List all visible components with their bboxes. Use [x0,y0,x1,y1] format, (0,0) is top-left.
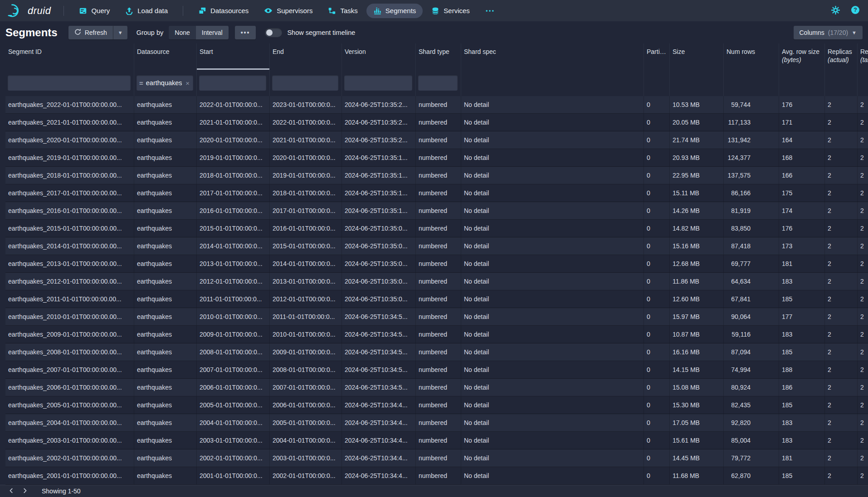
table-header-row: Segment IDDatasourceStartEndVersionShard… [5,43,868,70]
filter-input-shard-type[interactable] [418,75,458,91]
column-label: Start [200,48,267,55]
nav-item-load-data[interactable]: Load data [118,4,175,18]
column-label: Replication factor [860,48,868,55]
cell-start: 2020-01-01T00:00:0... [197,131,270,149]
cell-partition: 0 [644,290,670,308]
cell-replicas: 2 [825,96,858,113]
filter-input-version[interactable] [344,75,412,91]
table-row[interactable]: earthquakes_2018-01-01T00:00:00.00...ear… [5,167,868,184]
filter-input-end[interactable] [272,75,338,91]
cell-replication-factor: 2 [858,114,868,131]
table-row[interactable]: earthquakes_2012-01-01T00:00:00.00...ear… [5,273,868,290]
group-by-none-button[interactable]: None [169,26,195,39]
table-row[interactable]: earthquakes_2014-01-01T00:00:00.00...ear… [5,237,868,255]
filter-input-start[interactable] [199,75,266,91]
nav-item-datasources[interactable]: Datasources [191,4,255,18]
refresh-dropdown-button[interactable]: ▼ [113,26,127,39]
column-label: Shard type [419,48,458,55]
cell-avg-row-size: 183 [779,432,825,449]
druid-brand[interactable]: druid [7,2,51,19]
group-by-interval-button[interactable]: Interval [196,26,229,39]
table-row[interactable]: earthquakes_2021-01-01T00:00:00.00...ear… [5,114,868,131]
column-header-version[interactable]: Version [342,43,416,70]
pagination-prev-button[interactable] [5,485,18,497]
column-header-size[interactable]: Size [670,43,724,70]
table-row[interactable]: earthquakes_2017-01-01T00:00:00.00...ear… [5,184,868,202]
table-row[interactable]: earthquakes_2004-01-01T00:00:00.00...ear… [5,414,868,432]
show-segment-timeline-toggle[interactable] [265,28,282,37]
column-header-segment-id[interactable]: Segment ID [5,43,134,70]
cell-partition: 0 [644,96,670,113]
table-row[interactable]: earthquakes_2005-01-01T00:00:00.00...ear… [5,396,868,414]
filter-input-segment-id[interactable] [8,75,131,91]
cell-end: 2015-01-01T00:00:0... [270,237,342,255]
cell-datasource: earthquakes [134,290,197,308]
column-header-shard-type[interactable]: Shard type [416,43,461,70]
settings-button[interactable] [830,5,841,17]
cell-replication-factor: 2 [858,432,868,449]
cell-shard-type: numbered [416,96,461,113]
cell-shard-spec: No detail [461,202,644,219]
page-title: Segments [5,26,58,39]
datasource-filter-chip[interactable]: =earthquakes× [137,75,193,91]
column-header-avg-row-size[interactable]: Avg. row size(bytes) [779,43,825,70]
refresh-button[interactable]: Refresh [68,26,113,39]
remove-filter-button[interactable]: × [185,79,190,87]
toggle-knob [266,29,273,36]
table-row[interactable]: earthquakes_2001-01-01T00:00:00.00...ear… [5,467,868,485]
table-row[interactable]: earthquakes_2022-01-01T00:00:00.00...ear… [5,96,868,114]
table-row[interactable]: earthquakes_2003-01-01T00:00:00.00...ear… [5,432,868,449]
more-actions-button[interactable]: ••• [235,26,256,39]
cell-start: 2008-01-01T00:00:0... [197,343,270,361]
column-header-replicas[interactable]: Replicas(actual) [825,43,858,70]
table-row[interactable]: earthquakes_2020-01-01T00:00:00.00...ear… [5,131,868,149]
view-toolbar: Segments Refresh ▼ Group by None Interva… [0,21,868,43]
cell-partition: 0 [644,343,670,361]
table-row[interactable]: earthquakes_2008-01-01T00:00:00.00...ear… [5,343,868,361]
cell-avg-row-size: 175 [779,184,825,202]
table-row[interactable]: earthquakes_2010-01-01T00:00:00.00...ear… [5,308,868,326]
cell-version: 2024-06-25T10:34:4... [342,432,416,449]
cell-segment-id: earthquakes_2015-01-01T00:00:00.00... [5,220,134,237]
nav-more-button[interactable] [478,6,501,16]
cell-size: 14.82 MB [670,220,724,237]
cell-replication-factor: 2 [858,131,868,149]
column-header-datasource[interactable]: Datasource [134,43,197,70]
cell-replication-factor: 2 [858,167,868,184]
cell-start: 2007-01-01T00:00:0... [197,361,270,378]
table-row[interactable]: earthquakes_2007-01-01T00:00:00.00...ear… [5,361,868,379]
column-header-partition[interactable]: Partition [644,43,670,70]
pagination-next-button[interactable] [18,485,32,497]
nav-item-supervisors[interactable]: Supervisors [257,3,319,18]
help-button[interactable]: ? [850,5,861,17]
table-row[interactable]: earthquakes_2015-01-01T00:00:00.00...ear… [5,220,868,237]
columns-button[interactable]: Columns (17/20) ▼ [794,26,863,39]
table-row[interactable]: earthquakes_2009-01-01T00:00:00.00...ear… [5,326,868,343]
column-header-start[interactable]: Start [197,43,270,70]
nav-item-tasks[interactable]: Tasks [321,4,364,18]
cell-size: 11.86 MB [670,273,724,290]
cell-size: 14.26 MB [670,202,724,219]
cell-avg-row-size: 177 [779,308,825,325]
column-header-shard-spec[interactable]: Shard spec [461,43,644,70]
cell-num-rows: 67,841 [724,290,779,308]
cell-replicas: 2 [825,361,858,378]
column-header-replication-factor[interactable]: Replication factor(target) [858,43,868,70]
table-row[interactable]: earthquakes_2002-01-01T00:00:00.00...ear… [5,449,868,467]
cell-avg-row-size: 171 [779,114,825,131]
nav-item-segments[interactable]: Segments [366,4,423,18]
table-row[interactable]: earthquakes_2016-01-01T00:00:00.00...ear… [5,202,868,220]
table-row[interactable]: earthquakes_2011-01-01T00:00:00.00...ear… [5,290,868,308]
nav-item-services[interactable]: Services [424,4,477,18]
table-row[interactable]: earthquakes_2013-01-01T00:00:00.00...ear… [5,255,868,273]
table-row[interactable]: earthquakes_2006-01-01T00:00:00.00...ear… [5,379,868,396]
column-label: Segment ID [8,48,132,55]
column-header-end[interactable]: End [270,43,342,70]
cell-version: 2024-06-25T10:34:5... [342,308,416,325]
table-row[interactable]: earthquakes_2019-01-01T00:00:00.00...ear… [5,149,868,167]
brand-name: druid [28,5,51,17]
nav-item-query[interactable]: Query [72,4,117,18]
cell-start: 2006-01-01T00:00:0... [197,379,270,396]
column-sublabel: (bytes) [782,56,822,63]
column-header-num-rows[interactable]: Num rows [724,43,779,70]
